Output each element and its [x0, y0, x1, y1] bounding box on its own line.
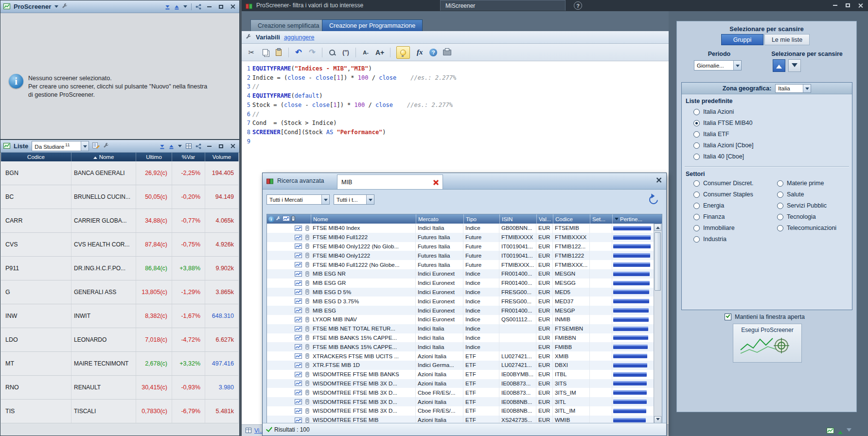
share-icon[interactable]: [195, 4, 201, 10]
sector-option[interactable]: Industria: [693, 236, 726, 243]
tab-creazione-semplificata[interactable]: Creazione semplificata: [250, 19, 326, 31]
close-button[interactable]: [856, 2, 864, 9]
predefined-list-option[interactable]: Italia Azioni: [693, 108, 734, 115]
search-result-row[interactable]: WISDOMTREE FTSE MIB 3X D...Cboe FR/ES/..…: [267, 406, 654, 416]
scrollbar-thumb[interactable]: [655, 232, 661, 291]
search-column-header[interactable]: Nome: [311, 214, 416, 224]
run-proscreener-button[interactable]: Esegui ProScreener: [733, 324, 802, 363]
sector-option[interactable]: Materie prime: [777, 180, 824, 187]
search-result-row[interactable]: MIB ESG D 3.75%Indici EuronextIndiceFRES…: [267, 296, 654, 306]
scroll-up-button[interactable]: [654, 224, 661, 231]
import-icon[interactable]: [159, 143, 165, 149]
paste-icon[interactable]: [275, 47, 283, 58]
watchlist-row[interactable]: CARRCARRIER GLOBA...34,88(c)-0,77%4.065k: [1, 209, 239, 233]
search-result-row[interactable]: WISDOMTREE FTSE MIB 3X D...Azioni Italia…: [267, 397, 654, 406]
close-tab-icon[interactable]: [433, 179, 439, 185]
import-icon[interactable]: [165, 4, 170, 10]
sector-option[interactable]: Energia: [693, 202, 724, 209]
search-titlebar[interactable]: Ricerca avanzata MIB: [263, 173, 666, 190]
sector-option[interactable]: Consumer Discret.: [693, 180, 754, 187]
maximize-button[interactable]: [217, 143, 225, 150]
maximize-button[interactable]: [844, 2, 851, 9]
sector-option[interactable]: Immobiliare: [693, 225, 735, 231]
predefined-list-option[interactable]: Italia FTSE MIB40: [693, 120, 752, 126]
search-result-row[interactable]: XTRACKERS FTSE MIB UCITS ...Azioni Itali…: [267, 351, 654, 361]
dropdown-arrow-icon[interactable]: [733, 61, 741, 70]
search-result-row[interactable]: FTSE MIB NET TOTAL RETUR...Indici Italia…: [267, 324, 654, 333]
search-column-header[interactable]: Mercato: [416, 214, 463, 224]
zone-select[interactable]: Italia: [775, 84, 811, 93]
keep-window-open-option[interactable]: Mantieni la finestra aperta: [725, 314, 805, 320]
dropdown-arrow-icon[interactable]: [366, 195, 374, 204]
decrease-font-icon[interactable]: A-: [362, 47, 370, 58]
column-header-nome[interactable]: Nome: [71, 153, 136, 161]
screener-tab[interactable]: MiScreener: [440, 0, 566, 11]
undo-icon[interactable]: ↶: [295, 47, 302, 58]
scan-down-button[interactable]: [788, 59, 801, 72]
watchlist-row[interactable]: TISTISCALI0,7830(c)-6,79%5.481k: [1, 400, 239, 423]
chevron-down-icon[interactable]: [178, 145, 182, 149]
column-header-ultimo[interactable]: Ultimo: [136, 153, 172, 161]
sector-option[interactable]: Servizi Pubblic: [777, 202, 827, 209]
main-window-titlebar[interactable]: ProScreener- filtra i valori di tuo inte…: [242, 0, 868, 11]
predefined-list-option[interactable]: Italia 40 [Cboe]: [693, 153, 744, 160]
close-button[interactable]: [229, 143, 236, 150]
dropdown-arrow-icon[interactable]: [803, 85, 811, 92]
sector-option[interactable]: Consumer Staples: [693, 191, 753, 198]
search-result-row[interactable]: XTR.FTSE MIB 1DIndici Germa...ETFLU02742…: [267, 361, 654, 370]
search-result-row[interactable]: MIB ESGIndici EuronextIndiceFR001400...E…: [267, 306, 654, 315]
chevron-down-icon[interactable]: [183, 5, 187, 10]
watchlist-row[interactable]: GGENERALI ASS13,805(c)-1,29%3.865k: [1, 280, 239, 304]
search-column-header[interactable]: Tipo: [463, 214, 499, 224]
sector-option[interactable]: Telecomunicazioni: [777, 225, 836, 231]
column-header-volume[interactable]: Volume: [205, 153, 239, 161]
dropdown-arrow-icon[interactable]: [81, 141, 89, 151]
minimize-button[interactable]: [831, 2, 839, 9]
predefined-list-option[interactable]: Italia ETF: [693, 131, 729, 138]
add-variable-link[interactable]: aggiungere: [284, 34, 315, 41]
watchlist-row[interactable]: LDOLEONARDO7,018(c)-4,72%6.627k: [1, 328, 239, 352]
tab-creazione-programmazione[interactable]: Creazione per Programmazione: [322, 19, 423, 31]
refresh-button[interactable]: [648, 194, 659, 206]
mini-chart-icon[interactable]: [827, 427, 834, 436]
watchlist-row[interactable]: BGNBANCA GENERALI26,92(c)-2,25%194.405: [1, 161, 239, 185]
functions-icon[interactable]: fx: [416, 47, 424, 58]
close-button[interactable]: [656, 177, 661, 183]
scroll-up-icon[interactable]: [838, 428, 843, 434]
predefined-list-option[interactable]: Italia Azioni [Cboe]: [693, 142, 754, 149]
share-icon[interactable]: [195, 143, 201, 149]
cut-icon[interactable]: ✂: [248, 47, 255, 58]
search-result-row[interactable]: MIB ESG NRIndici EuronextIndiceFR001400.…: [267, 269, 654, 279]
period-select[interactable]: Giornalie...: [694, 60, 742, 70]
search-result-row[interactable]: WISDOMTREE FTSE MIB 3X D...Cboe FR/ES/..…: [267, 388, 654, 397]
help-icon[interactable]: ?: [429, 47, 437, 58]
type-filter-select[interactable]: Tutti i t...: [334, 194, 374, 205]
search-scrollbar[interactable]: [654, 224, 662, 423]
search-result-row[interactable]: FTSE MIB40 Only1222 (No Glob...Futures I…: [267, 242, 654, 251]
scroll-down-button[interactable]: [654, 416, 661, 423]
groups-button[interactable]: Gruppi: [721, 34, 763, 45]
redo-icon[interactable]: ↷: [308, 47, 316, 58]
print-icon[interactable]: [443, 47, 451, 58]
watchlist-selector[interactable]: Da Studiare11: [32, 141, 89, 151]
column-header-codice[interactable]: Codice: [1, 153, 71, 161]
watchlist-row[interactable]: INWINWIT8,382(c)-1,67%648.310: [1, 304, 239, 328]
chevron-down-icon[interactable]: [54, 5, 58, 10]
search-term-tab[interactable]: MIB: [337, 174, 443, 189]
minimize-button[interactable]: [205, 143, 213, 150]
column-header-var[interactable]: %Var: [172, 153, 205, 161]
search-result-row[interactable]: WISDOMTREE FTSE MIB 3X D...Azioni Italia…: [267, 379, 654, 388]
close-button[interactable]: [229, 3, 236, 10]
search-column-header[interactable]: ISIN: [499, 214, 536, 224]
wrench-icon[interactable]: [62, 2, 68, 11]
search-result-row[interactable]: FTSE MIB40 Full1222Futures ItaliaFutureF…: [267, 233, 654, 242]
suggestions-button[interactable]: [396, 46, 410, 59]
copy-icon[interactable]: [261, 47, 269, 58]
watchlist-row[interactable]: MTMAIRE TECNIMONT2,678(c)+3,32%497.416: [1, 352, 239, 376]
sector-option[interactable]: Tecnologia: [777, 213, 816, 220]
search-result-row[interactable]: FTSE MIB BANKS 15% CAPPE...Indici Italia…: [267, 342, 654, 351]
search-column-header[interactable]: Codice: [553, 214, 590, 224]
market-filter-select[interactable]: Tutti i Mercati: [266, 194, 330, 205]
search-result-row[interactable]: FTSE MIB40 IndexIndici ItaliaIndiceGB00B…: [267, 224, 654, 233]
dropdown-arrow-icon[interactable]: [321, 195, 329, 204]
